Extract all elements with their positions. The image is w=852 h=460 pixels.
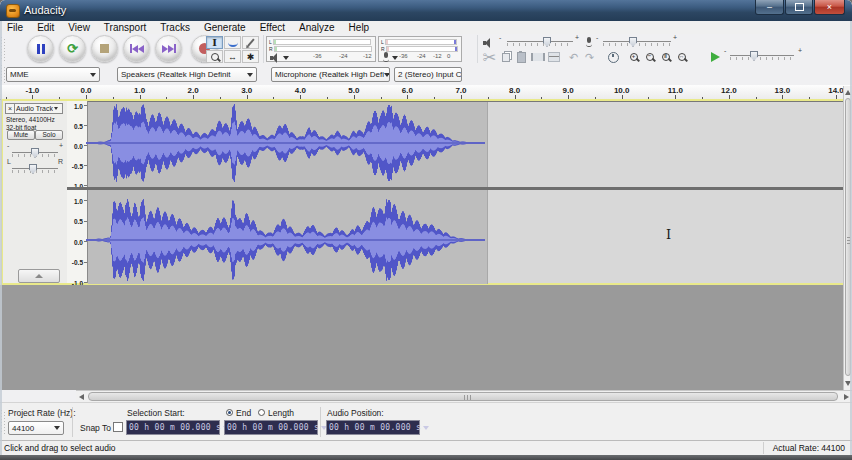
zoom-out-button[interactable]: − [642,50,657,64]
ruler-label: 9.0 [563,86,574,95]
pause-button[interactable] [27,35,54,62]
recording-meter[interactable]: L R -36-24-120 [378,36,462,62]
play-button[interactable]: ⟳ [59,35,86,62]
end-radio[interactable] [226,409,233,416]
playback-speed-slider[interactable]: - + [730,51,794,61]
cut-button[interactable]: ✂ [482,50,497,64]
timeline-ruler[interactable]: -1.00.01.02.03.04.05.06.07.08.09.010.011… [0,85,852,100]
menu-item-tracks[interactable]: Tracks [153,22,197,33]
zoom-in-button[interactable]: + [626,50,641,64]
vertical-ruler-label: 0.5 [74,122,83,129]
undo-button[interactable]: ↶ [566,50,581,64]
length-radio[interactable] [258,409,265,416]
toolbar-region: ⟳ I ↔ ✱ L R -36-24-120 L R -36-24-120 [0,34,852,65]
snap-to-checkbox[interactable] [113,422,123,432]
playback-level-bar-right [274,46,372,52]
sync-lock-button[interactable] [606,50,621,64]
titlebar[interactable]: Audacity – × [0,0,852,22]
recording-device-select[interactable]: Microphone (Realtek High Defi [271,67,390,82]
track-title-menu[interactable]: Audio Track [15,103,63,114]
trim-button[interactable] [530,50,545,64]
menu-item-file[interactable]: File [0,22,30,33]
speed-minus-label: - [724,47,726,54]
recording-level-bar-right [386,46,458,52]
skip-to-end-button[interactable] [155,35,182,62]
gain-min-label: - [7,142,9,149]
draw-tool-button[interactable] [242,36,259,49]
meter-l-label: L [381,39,384,45]
track-collapse-button[interactable] [18,269,60,283]
close-button[interactable]: × [814,0,845,15]
skip-start-icon [130,44,144,53]
envelope-tool-button[interactable] [224,36,241,49]
track-area-background[interactable] [0,285,852,390]
clock-icon [608,52,619,63]
actual-rate: Actual Rate: 44100 [773,443,845,453]
play-at-speed-icon [711,52,720,62]
pan-left-label: L [7,158,11,165]
zoom-in-icon: + [630,53,638,61]
audacity-window: Audacity – × FileEditViewTransportTracks… [0,0,852,460]
menu-item-transport[interactable]: Transport [97,22,153,33]
scroll-left-arrow[interactable] [79,394,84,400]
audio-host-select[interactable]: MME [6,67,100,82]
separator [263,35,264,63]
gain-max-label: + [59,142,63,149]
meter-dropdown-icon[interactable] [283,56,289,60]
vertical-ruler[interactable]: 1.00.50.0-0.5-1.01.00.50.0-0.5-1.0 [67,101,88,283]
audio-position-value: 00 h 00 m 00.000 s [329,423,421,432]
fit-selection-icon: ‖ [662,53,670,61]
menu-item-help[interactable]: Help [342,22,377,33]
project-rate-select[interactable]: 44100 [8,421,64,435]
menu-item-effect[interactable]: Effect [253,22,292,33]
end-time-field[interactable]: 00 h 00 m 00.000 s [224,420,318,435]
selection-start-field[interactable]: 00 h 00 m 00.000 s [126,420,220,435]
horizontal-scrollbar[interactable] [76,390,852,402]
vertical-ruler-label: 0.0 [74,238,83,245]
track-control-panel[interactable]: × Audio Track Stereo, 44100Hz 32-bit flo… [3,101,67,283]
selection-tool-button[interactable]: I [206,36,223,49]
menu-item-analyze[interactable]: Analyze [292,22,342,33]
ruler-label: 4.0 [295,86,306,95]
zoom-tool-button[interactable] [206,50,223,63]
paste-button[interactable] [514,50,529,64]
menu-item-view[interactable]: View [61,22,97,33]
waveform-channel-2[interactable] [86,190,485,283]
scroll-right-arrow[interactable] [844,394,849,400]
fit-selection-button[interactable]: ‖ [658,50,673,64]
ruler-label: 13.0 [775,86,791,95]
audio-position-field[interactable]: 00 h 00 m 00.000 s [326,420,420,435]
selection-toolbar: Project Rate (Hz): 44100 Snap To Selecti… [0,402,852,440]
redo-button[interactable]: ↷ [582,50,597,64]
project-rate-value: 44100 [12,424,34,433]
pause-icon [37,44,45,54]
fit-project-button[interactable]: ↔ [674,50,689,64]
multi-tool-button[interactable]: ✱ [242,50,259,63]
solo-button[interactable]: Solo [35,130,63,140]
silence-button[interactable] [546,50,561,64]
maximize-button[interactable] [785,0,813,15]
ruler-label: 14.0 [828,86,844,95]
meter-dropdown-icon[interactable] [392,56,398,60]
window-left-edge [0,21,2,455]
waveform-channel-1[interactable] [86,100,485,186]
timeshift-tool-button[interactable]: ↔ [224,50,241,63]
audio-position-label: Audio Position: [327,408,384,418]
vertical-ruler-label: 0.0 [74,142,83,149]
menu-item-edit[interactable]: Edit [30,22,61,33]
track-close-button[interactable]: × [5,103,15,114]
stop-button[interactable] [91,35,118,62]
undo-icon: ↶ [569,51,578,64]
minimize-button[interactable]: – [755,0,784,15]
skip-to-start-button[interactable] [123,35,150,62]
play-at-speed-button[interactable] [708,50,723,64]
playback-device-select[interactable]: Speakers (Realtek High Definit [117,67,257,82]
draw-tool-icon [247,38,254,46]
mute-button[interactable]: Mute [7,130,35,140]
recording-channels-select[interactable]: 2 (Stereo) Input C [394,67,462,82]
menu-item-generate[interactable]: Generate [197,22,253,33]
copy-button[interactable] [498,50,513,64]
ruler-label: 5.0 [348,86,359,95]
playback-meter[interactable]: L R -36-24-120 [266,36,376,62]
horizontal-scrollbar-thumb[interactable] [88,392,838,401]
